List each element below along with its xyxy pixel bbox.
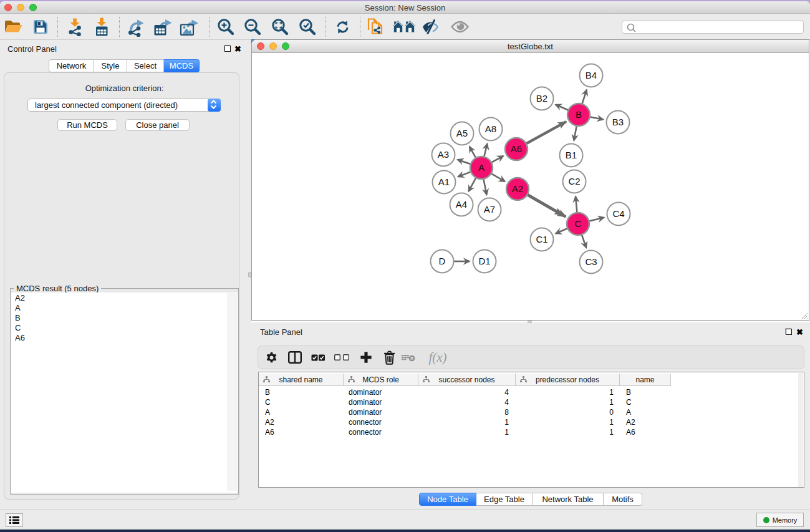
svg-text:A8: A8 — [485, 123, 496, 134]
svg-text:C4: C4 — [612, 208, 624, 219]
svg-text:C2: C2 — [568, 176, 580, 186]
svg-text:B3: B3 — [612, 117, 624, 127]
svg-text:C: C — [575, 218, 582, 229]
svg-text:C1: C1 — [536, 234, 547, 244]
svg-text:B2: B2 — [536, 93, 547, 104]
svg-text:A: A — [478, 162, 485, 173]
svg-text:B: B — [576, 109, 582, 120]
svg-text:D1: D1 — [478, 256, 490, 266]
svg-text:D: D — [439, 256, 446, 266]
svg-text:A5: A5 — [456, 128, 468, 138]
svg-text:A2: A2 — [512, 183, 523, 194]
svg-text:C3: C3 — [585, 256, 597, 267]
svg-text:A3: A3 — [438, 149, 449, 160]
svg-text:B1: B1 — [566, 150, 577, 160]
svg-text:A6: A6 — [511, 143, 522, 154]
svg-text:B4: B4 — [586, 70, 597, 80]
svg-text:A7: A7 — [484, 204, 495, 215]
svg-text:A4: A4 — [456, 199, 467, 210]
svg-text:A1: A1 — [438, 177, 450, 187]
